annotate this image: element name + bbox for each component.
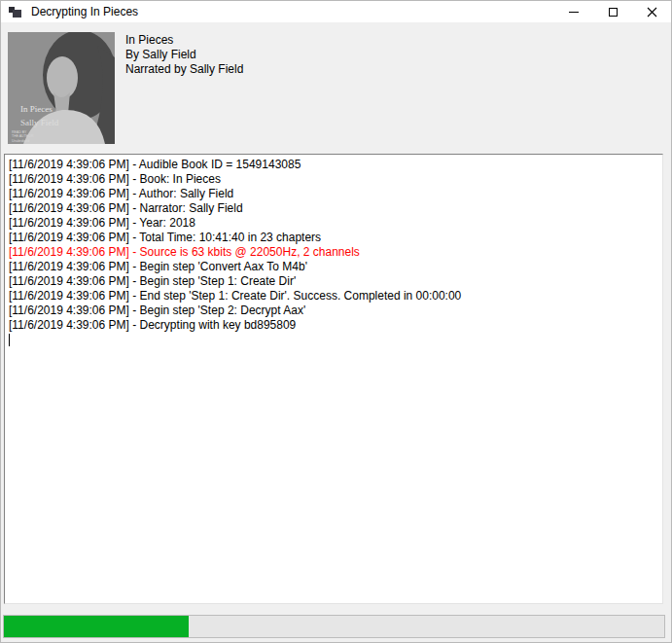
- log-line: [11/6/2019 4:39:06 PM] - Decrypting with…: [9, 318, 658, 333]
- book-author: By Sally Field: [125, 48, 243, 62]
- progress-bar: [3, 615, 665, 638]
- book-title: In Pieces: [125, 33, 243, 48]
- window-title: Decrypting In Pieces: [31, 5, 138, 18]
- log-line: [11/6/2019 4:39:06 PM] - Total Time: 10:…: [9, 231, 658, 245]
- log-line: [11/6/2019 4:39:06 PM] - Begin step 'Ste…: [9, 304, 658, 318]
- log-line: [11/6/2019 4:39:06 PM] - End step 'Step …: [9, 289, 658, 304]
- app-icon: [9, 5, 22, 18]
- log-line: [11/6/2019 4:39:06 PM] - Source is 63 kb…: [9, 245, 658, 260]
- log-lines: [11/6/2019 4:39:06 PM] - Audible Book ID…: [9, 158, 658, 333]
- log-line: [11/6/2019 4:39:06 PM] - Author: Sally F…: [9, 187, 658, 201]
- maximize-button[interactable]: [593, 1, 632, 22]
- cover-edition: Unabridged: [12, 139, 29, 143]
- log-line: [11/6/2019 4:39:06 PM] - Begin step 'Con…: [9, 260, 658, 274]
- log-textbox[interactable]: [11/6/2019 4:39:06 PM] - Audible Book ID…: [4, 154, 663, 604]
- text-caret: [9, 334, 10, 346]
- cover-title: In Pieces: [20, 104, 53, 114]
- book-cover-image: In Pieces Sally Field READ BY THE AUTHOR…: [8, 32, 115, 144]
- book-info: In Pieces By Sally Field Narrated by Sal…: [125, 33, 243, 77]
- window-controls: [554, 1, 671, 22]
- log-line: [11/6/2019 4:39:06 PM] - Audible Book ID…: [9, 158, 658, 172]
- cover-author: Sally Field: [20, 118, 59, 127]
- book-narrator: Narrated by Sally Field: [125, 62, 243, 77]
- maximize-icon: [609, 8, 618, 17]
- close-button[interactable]: [632, 1, 671, 22]
- log-line: [11/6/2019 4:39:06 PM] - Narrator: Sally…: [9, 201, 658, 216]
- log-line: [11/6/2019 4:39:06 PM] - Begin step 'Ste…: [9, 274, 658, 289]
- progress-fill: [4, 616, 189, 637]
- close-icon: [647, 7, 657, 18]
- cover-read-by-line2: THE AUTHOR: [12, 134, 34, 138]
- log-line: [11/6/2019 4:39:06 PM] - Year: 2018: [9, 216, 658, 231]
- minimize-icon: [569, 12, 579, 13]
- app-window: Decrypting In Pieces In Pieces Sally Fie…: [0, 0, 672, 643]
- log-line: [11/6/2019 4:39:06 PM] - Book: In Pieces: [9, 172, 658, 187]
- titlebar[interactable]: Decrypting In Pieces: [1, 1, 671, 22]
- minimize-button[interactable]: [554, 1, 593, 22]
